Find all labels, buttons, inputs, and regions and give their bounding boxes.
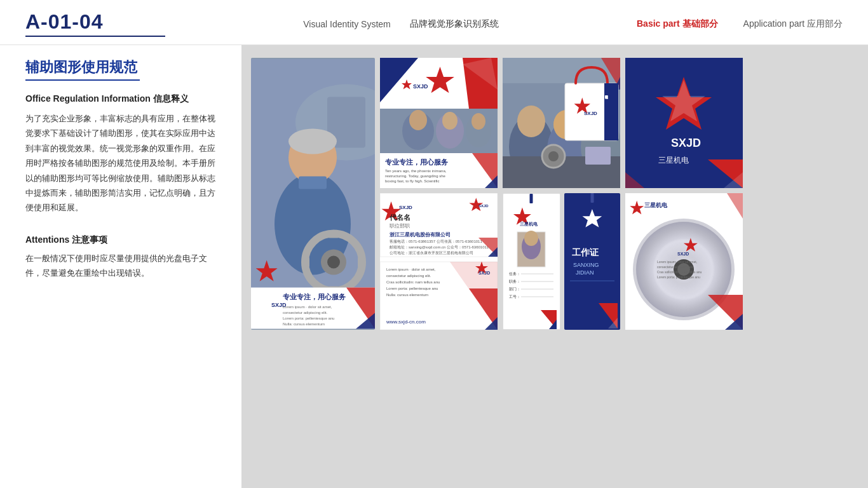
svg-text:Lorem ipsum: dolor sit amet,: Lorem ipsum: dolor sit amet, [657,260,697,264]
svg-text:Lorem ipsum · dolor sit amet,: Lorem ipsum · dolor sit amet, [283,305,332,309]
biz-card-svg: SXJD SXJD 代名名 职位部职 浙江三星机电股份有限公司 客服电话：057… [380,193,498,330]
svg-text:SXJD: SXJD [584,111,597,116]
svg-point-101 [524,231,538,246]
svg-text:SXJD: SXJD [677,252,689,256]
svg-text:consectetur adipiscing elit.: consectetur adipiscing elit. [283,311,328,315]
vis-system-label: Visual Identity System [303,19,390,29]
svg-text:Nulla: cursus elementum: Nulla: cursus elementum [386,293,428,297]
svg-point-54 [548,151,559,161]
logo-card-svg: SXJD 三星机电 [625,58,743,188]
app-part-label: Application part 应用部分 [743,18,843,30]
svg-point-33 [409,110,427,130]
svg-text:三星机电: 三星机电 [658,156,689,165]
photo-tall-card: SXJD 专业专注，用心服务 Lorem ipsum · dolor sit a… [251,58,375,330]
sidebar-title: 辅助图形使用规范 [25,58,216,77]
bag-svg: SXJD 浙江三星机电股份有限公司 [560,64,620,144]
svg-rect-55 [585,147,611,165]
team-photo-card: SXJD 浙江三星机电股份有限公司 [503,58,620,188]
svg-text:restructuring. Today, guangdin: restructuring. Today, guangding she [385,174,446,178]
svg-text:Nulla: cursus elementum: Nulla: cursus elementum [283,322,325,326]
page-code: A-01-04 [25,11,165,32]
header-divider [25,36,165,37]
svg-text:任务：: 任务： [508,272,520,276]
section2-title: Attentions 注意事项 [25,234,216,246]
content-area: SXJD 专业专注，用心服务 Lorem ipsum · dolor sit a… [241,45,868,488]
blue-badge: 工作证 SANXING JIDIAN [564,193,621,330]
main-content: 辅助图形使用规范 Office Regulation Information 信… [0,45,868,488]
header-right: Basic part 基础部分 Application part 应用部分 [637,18,843,30]
brochure-card: SXJD 专业专注，用心服务 Ten years ago, the phoeni… [380,58,498,188]
badge-cord-blue [590,193,593,203]
svg-text:consectetur adipiscing elit.: consectetur adipiscing elit. [386,274,431,278]
brochure-svg: SXJD 专业专注，用心服务 Ten years ago, the phoeni… [380,58,498,188]
svg-text:SXJD: SXJD [413,83,428,90]
business-card-area: SXJD SXJD 代名名 职位部职 浙江三星机电股份有限公司 客服电话：057… [380,193,498,330]
white-badge-svg: 三星机电 任务： 职务： 部门： 工号： [506,205,557,329]
svg-text:浙江三星机电股份有限公司: 浙江三星机电股份有限公司 [390,232,451,238]
svg-text:三星机电: 三星机电 [644,202,668,208]
svg-text:职位部职: 职位部职 [390,223,410,229]
svg-text:SXJD: SXJD [478,204,489,208]
header-center: Visual Identity System 品牌视觉形象识别系统 [303,18,498,30]
svg-text:boxing fast, to fly high. Scie: boxing fast, to fly high. Scientific [385,179,439,183]
svg-text:Ten years ago, the phoenix ini: Ten years ago, the phoenix inimana, [385,169,447,173]
svg-text:consectetur adipiscing elt.: consectetur adipiscing elt. [657,265,694,269]
svg-point-47 [517,105,545,137]
svg-point-9 [327,256,340,269]
section1-title: Office Regulation Information 信息释义 [25,93,216,105]
shopping-bag: SXJD 浙江三星机电股份有限公司 [560,64,620,146]
svg-text:SXJD: SXJD [478,271,490,275]
svg-text:三星机电: 三星机电 [520,221,538,226]
svg-text:工作证: 工作证 [572,247,599,257]
svg-text:JIDIAN: JIDIAN [576,269,594,276]
svg-text:公司地址：浙江省永康市开发区三星机电有限公司: 公司地址：浙江省永康市开发区三星机电有限公司 [390,250,473,255]
svg-point-37 [471,113,485,130]
svg-text:Cras sollicitudin: nam tellus : Cras sollicitudin: nam tellus anu [657,270,702,274]
brand-cn-label: 品牌视觉形象识别系统 [410,18,499,30]
svg-rect-60 [604,83,618,140]
svg-point-126 [653,239,714,300]
svg-text:Cras sollicitudin: nam tellus : Cras sollicitudin: nam tellus anu [386,280,440,284]
svg-text:专业专注，用心服务: 专业专注，用心服务 [283,293,346,301]
sidebar-title-divider [25,79,140,81]
svg-text:职务：: 职务： [509,280,520,283]
svg-rect-12 [302,257,309,268]
svg-text:部门：: 部门： [509,287,520,291]
svg-text:专业专注，用心服务: 专业专注，用心服务 [385,158,449,166]
header-left: A-01-04 [25,11,165,37]
page-header: A-01-04 Visual Identity System 品牌视觉形象识别系… [0,0,868,45]
materials-grid: SXJD 专业专注，用心服务 Lorem ipsum · dolor sit a… [251,58,855,330]
svg-text:www.sxjd-cn.com: www.sxjd-cn.com [386,319,426,325]
person-photo-svg: SXJD 专业专注，用心服务 Lorem ipsum · dolor sit a… [251,58,375,330]
svg-text:SANXING: SANXING [573,262,599,268]
cd-svg: 三星机电 [625,193,743,330]
section1-body: 为了充实企业形象，丰富标志的具有应用，在整体视觉要求下基础设计了辅助图形，使其在… [25,111,216,215]
sidebar: 辅助图形使用规范 Office Regulation Information 信… [0,45,241,488]
svg-marker-112 [582,209,602,227]
white-badge: 三星机电 任务： 职务： 部门： 工号： [503,193,560,330]
svg-point-35 [442,112,458,130]
svg-text:工号：: 工号： [509,295,520,299]
section2-body: 在一般情况下使用时应尽量使用提供的光盘电子文件，尽量避免在重绘中出现错误。 [25,251,216,281]
basic-part-label: Basic part 基础部分 [637,18,718,30]
svg-text:邮箱地址：sanxing@sxjd.com.cn  公众号：: 邮箱地址：sanxing@sxjd.com.cn 公众号：0571-636010… [390,245,489,249]
svg-rect-10 [329,231,339,238]
svg-text:Lorem porta: pellentesque anu: Lorem porta: pellentesque anu [283,316,334,320]
svg-text:SXJD: SXJD [671,137,701,149]
svg-point-5 [288,129,337,154]
badge-cord-white [530,194,533,203]
svg-rect-6 [299,177,327,189]
svg-text:SXJD: SXJD [399,205,412,210]
blue-badge-svg: 工作证 SANXING JIDIAN [567,205,618,329]
svg-text:代名名: 代名名 [389,214,410,221]
svg-text:Lorem porta: pellentesque anu: Lorem porta: pellentesque anu [386,287,438,290]
svg-rect-13 [358,257,365,268]
svg-text:Lorem porta: pellentesque anu: Lorem porta: pellentesque anu [657,275,700,279]
badge-area: 三星机电 任务： 职务： 部门： 工号： [503,193,620,330]
svg-text:客服电话：0571-63861357  公司传真：0571-: 客服电话：0571-63861357 公司传真：0571-63601011 [390,239,482,243]
cd-card: 三星机电 [625,193,743,330]
svg-text:Lorem ipsum · dolor sit amet,: Lorem ipsum · dolor sit amet, [386,268,436,271]
logo-card: SXJD 三星机电 [625,58,743,188]
